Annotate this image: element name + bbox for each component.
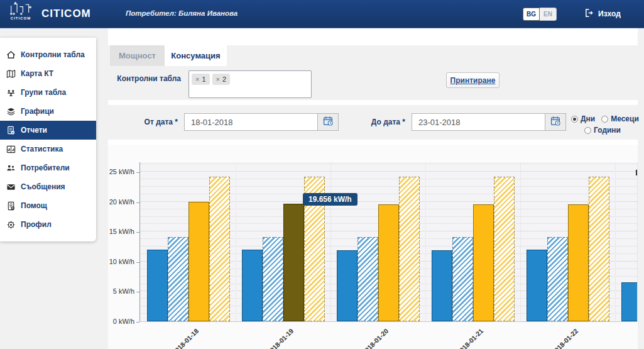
sidebar-item-label: Отчети bbox=[21, 126, 47, 135]
to-date-input[interactable] bbox=[412, 113, 545, 131]
help-icon bbox=[6, 201, 16, 211]
sidebar-item-label: Контролни табла bbox=[21, 50, 85, 59]
panels-multiselect[interactable]: × 1 × 2 bbox=[188, 70, 312, 98]
sidebar-item-label: Карта КТ bbox=[21, 69, 53, 78]
lang-en-button[interactable]: EN bbox=[540, 8, 557, 21]
radio-days-circle bbox=[571, 116, 578, 123]
bar-consumption-hatched-blue-2018-01-18[interactable] bbox=[168, 237, 188, 321]
radio-years-circle bbox=[584, 127, 591, 134]
bar-consumption-hatched-blue-2018-01-22[interactable] bbox=[547, 237, 568, 321]
grid-line-vertical bbox=[330, 162, 331, 321]
bar-consumption-solid-blue-2018-01-23[interactable] bbox=[621, 282, 638, 321]
logout-label: Изход bbox=[598, 9, 621, 18]
home-icon bbox=[6, 50, 16, 60]
bar-consumption-solid-blue-2018-01-21[interactable] bbox=[432, 250, 452, 321]
sidebar-item-messages[interactable]: Съобщения bbox=[0, 177, 96, 196]
tab-power[interactable]: Мощност bbox=[110, 45, 165, 66]
bar-consumption-solid-blue-2018-01-19[interactable] bbox=[242, 250, 263, 321]
legend-clipped-marker bbox=[636, 170, 637, 175]
filters-panel-top: Мощност Консумация Контролни табла × 1 ×… bbox=[108, 45, 638, 100]
groups-icon bbox=[6, 88, 16, 97]
radio-days-label: Дни bbox=[581, 114, 595, 123]
chart-plot-area bbox=[139, 162, 638, 322]
from-date-label: От дата * bbox=[108, 118, 178, 126]
sidebar-item-statistics[interactable]: Статистика bbox=[0, 140, 96, 158]
bar-consumption-hatched-blue-2018-01-20[interactable] bbox=[357, 237, 378, 321]
y-axis-label: 20 kW/h bbox=[103, 198, 134, 206]
from-date-input[interactable] bbox=[184, 113, 317, 131]
lang-bg-button[interactable]: BG bbox=[523, 8, 540, 21]
bar-consumption-solid-yellow-2018-01-21[interactable] bbox=[473, 204, 494, 321]
chip-value: 2 bbox=[222, 75, 226, 83]
bar-consumption-hatched-yellow-2018-01-20[interactable] bbox=[399, 177, 420, 321]
y-axis-label: 25 kW/h bbox=[103, 168, 134, 175]
sidebar-item-groups[interactable]: Групи табла bbox=[0, 83, 96, 102]
bar-consumption-solid-blue-2018-01-22[interactable] bbox=[527, 250, 547, 321]
chip-value: 1 bbox=[202, 75, 205, 83]
radio-months-circle bbox=[601, 116, 608, 123]
radio-years[interactable]: Години bbox=[584, 126, 621, 135]
current-user-label: Потребител: Биляна Иванова bbox=[126, 9, 237, 17]
sidebar-item-map[interactable]: Карта КТ bbox=[0, 64, 96, 83]
to-date-calendar-button[interactable] bbox=[545, 113, 566, 131]
tab-consumption[interactable]: Консумация bbox=[165, 45, 227, 66]
language-toggle: BG EN bbox=[523, 8, 557, 21]
sidebar-item-dashboards[interactable]: Контролни табла bbox=[0, 45, 96, 64]
y-axis-label: 5 kW/h bbox=[103, 287, 134, 295]
radio-years-label: Години bbox=[594, 126, 621, 135]
citicom-logo[interactable]: CITICOM bbox=[5, 2, 36, 26]
bar-consumption-solid-yellow-2018-01-19[interactable] bbox=[283, 204, 304, 321]
sidebar-item-schedules[interactable]: Графици bbox=[0, 102, 96, 121]
y-axis-tick bbox=[136, 202, 139, 203]
bar-consumption-solid-yellow-2018-01-18[interactable] bbox=[188, 202, 209, 321]
grid-line-vertical bbox=[425, 162, 426, 321]
y-axis-tick bbox=[136, 172, 139, 173]
period-radio-group: Дни Месеци Години bbox=[571, 114, 634, 137]
grid-line-vertical bbox=[615, 162, 616, 321]
bar-consumption-hatched-blue-2018-01-21[interactable] bbox=[452, 237, 473, 321]
app-window: CITICOM CITICOM Потребител: Биляна Ивано… bbox=[0, 0, 644, 349]
radio-days[interactable]: Дни bbox=[571, 114, 595, 123]
y-axis-label: 15 kW/h bbox=[103, 228, 134, 235]
selected-panel-chip: × 2 bbox=[212, 74, 231, 85]
print-button[interactable]: Принтиране bbox=[446, 72, 499, 88]
logout-button[interactable]: Изход bbox=[584, 8, 621, 19]
bar-consumption-solid-yellow-2018-01-20[interactable] bbox=[378, 204, 399, 321]
users-icon bbox=[6, 163, 16, 173]
bar-consumption-solid-blue-2018-01-20[interactable] bbox=[337, 250, 357, 321]
layers-icon bbox=[6, 107, 16, 116]
calendar-icon bbox=[550, 116, 561, 129]
sidebar-item-profile[interactable]: Профил bbox=[0, 215, 96, 234]
bar-consumption-hatched-yellow-2018-01-21[interactable] bbox=[494, 177, 515, 321]
calendar-icon bbox=[323, 116, 334, 129]
bar-consumption-hatched-yellow-2018-01-18[interactable] bbox=[209, 177, 230, 321]
bar-consumption-solid-yellow-2018-01-22[interactable] bbox=[568, 204, 589, 321]
filters-panel-dates: От дата * До дата * Дни Месеци Години bbox=[108, 105, 638, 140]
brand-title: CITICOM bbox=[41, 8, 91, 20]
sidebar-item-label: Статистика bbox=[21, 145, 63, 153]
radio-months-label: Месеци bbox=[611, 114, 639, 123]
bar-consumption-hatched-yellow-2018-01-22[interactable] bbox=[589, 177, 609, 321]
logout-icon bbox=[584, 8, 594, 19]
report-icon bbox=[6, 126, 16, 135]
sidebar-item-label: Помощ bbox=[21, 201, 47, 210]
panels-field-label: Контролни табла bbox=[108, 74, 181, 83]
x-axis-label: 2018-01-18 bbox=[171, 327, 200, 349]
sidebar-item-label: Потребители bbox=[21, 163, 70, 172]
sidebar-item-help[interactable]: Помощ bbox=[0, 196, 96, 215]
sidebar-item-reports[interactable]: Отчети bbox=[0, 121, 96, 140]
map-icon bbox=[6, 69, 16, 79]
x-axis-label: 2018-01-21 bbox=[456, 327, 484, 349]
chip-remove-icon[interactable]: × bbox=[216, 75, 220, 83]
consumption-chart: kW/h 0 kW/h5 kW/h10 kW/h15 kW/h20 kW/h25… bbox=[108, 145, 638, 349]
mail-icon bbox=[6, 182, 16, 192]
x-axis-label: 2018-01-19 bbox=[266, 327, 295, 349]
radio-months[interactable]: Месеци bbox=[601, 114, 639, 123]
grid-line-vertical bbox=[236, 162, 236, 321]
bar-consumption-hatched-blue-2018-01-19[interactable] bbox=[263, 237, 283, 321]
chip-remove-icon[interactable]: × bbox=[195, 75, 199, 83]
y-axis-tick bbox=[136, 322, 139, 323]
bar-consumption-solid-blue-2018-01-18[interactable] bbox=[147, 250, 168, 321]
y-axis-tick bbox=[136, 232, 139, 233]
sidebar-item-users[interactable]: Потребители bbox=[0, 158, 96, 177]
